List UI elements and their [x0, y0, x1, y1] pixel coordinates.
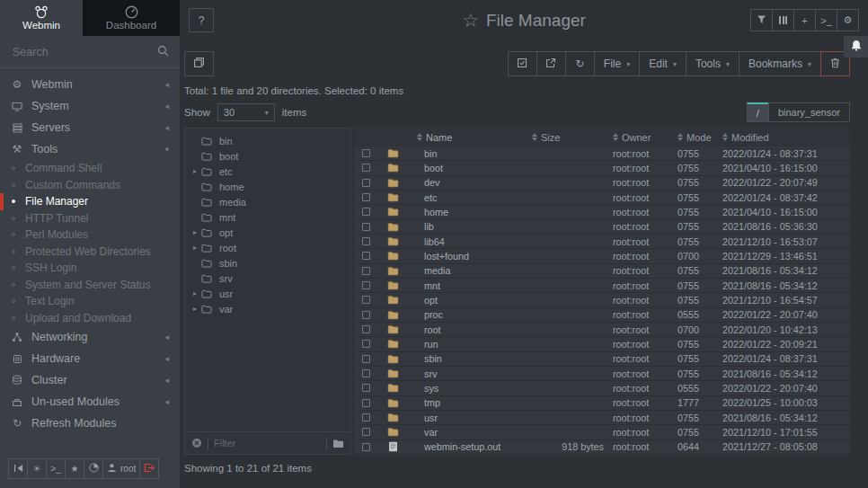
row-checkbox[interactable] [362, 355, 370, 363]
row-checkbox[interactable] [362, 149, 370, 157]
items-per-page-select[interactable]: 30 ▾ [217, 103, 275, 121]
file-name[interactable]: tmp [408, 397, 532, 408]
table-row[interactable]: mediaroot:root07552021/08/16 - 05:34:12 [354, 264, 850, 279]
breadcrumb-segment-root[interactable]: / [747, 102, 769, 122]
row-checkbox[interactable] [362, 164, 370, 172]
file-name[interactable]: lib [408, 221, 532, 232]
sidebar-item-hardware[interactable]: Hardware◂ [0, 348, 180, 369]
table-row[interactable]: etcroot:root07552022/01/24 - 08:37:42 [354, 191, 850, 205]
sidebar-subitem-file-manager[interactable]: File Manager [0, 193, 180, 210]
sort-icon[interactable] [722, 133, 728, 141]
filter-button[interactable] [750, 9, 773, 31]
sidebar-item-webmin[interactable]: ⚙Webmin◂ [0, 74, 180, 95]
chevron-right-icon[interactable]: ▸ [185, 305, 198, 313]
row-checkbox[interactable] [362, 281, 370, 289]
table-row[interactable]: optroot:root07552021/12/10 - 16:54:57 [354, 293, 850, 307]
row-checkbox[interactable] [362, 193, 370, 201]
sidebar-subitem-system-and-server-status[interactable]: System and Server Status [0, 277, 180, 294]
row-checkbox[interactable] [362, 369, 370, 377]
logout-button[interactable] [139, 458, 159, 479]
row-checkbox[interactable] [362, 223, 370, 231]
collapse-sidebar-button[interactable] [8, 458, 28, 479]
tree-item-usr[interactable]: ▸usr [185, 286, 350, 301]
chevron-right-icon[interactable]: ▸ [185, 228, 198, 236]
row-checkbox[interactable] [362, 208, 370, 216]
file-name[interactable]: proc [408, 309, 532, 320]
column-header-mode[interactable]: Mode [686, 132, 712, 143]
table-row[interactable]: lost+foundroot:root07002021/12/29 - 13:4… [354, 249, 850, 263]
sort-icon[interactable] [532, 133, 537, 141]
file-name[interactable]: run [408, 339, 532, 350]
breadcrumb-segment-binary-sensor[interactable]: binary_sensor [768, 102, 850, 122]
file-name[interactable]: etc [408, 192, 532, 203]
sidebar-subitem-ssh-login[interactable]: SSH Login [0, 260, 180, 277]
column-header-name[interactable]: Name [426, 132, 452, 143]
tree-item-root[interactable]: ▸root [185, 240, 350, 255]
settings-button[interactable]: ⚙ [837, 9, 859, 31]
chevron-right-icon[interactable]: ▸ [185, 167, 198, 175]
file-name[interactable]: lib64 [408, 236, 532, 247]
tab-webmin[interactable]: Webmin [0, 0, 83, 36]
table-row[interactable]: rootroot:root07002022/01/20 - 10:42:13 [354, 323, 850, 337]
row-checkbox[interactable] [362, 428, 370, 436]
sidebar-subitem-http-tunnel[interactable]: HTTP Tunnel [0, 210, 180, 227]
notifications-bell[interactable] [844, 36, 868, 58]
tree-item-boot[interactable]: boot [185, 148, 350, 164]
menu-tools[interactable]: Tools▾ [686, 51, 740, 76]
sort-icon[interactable] [613, 133, 618, 141]
table-row[interactable]: webmin-setup.out918 bytesroot:root064420… [354, 440, 850, 455]
file-name[interactable]: var [408, 427, 532, 438]
file-name[interactable]: root [408, 324, 532, 335]
file-name[interactable]: mnt [408, 280, 532, 291]
user-button[interactable]: root [102, 458, 140, 479]
export-button[interactable] [536, 51, 566, 76]
tree-item-etc[interactable]: ▸etc [185, 164, 350, 179]
tree-item-srv[interactable]: srv [185, 271, 350, 286]
refresh-button[interactable]: ↻ [565, 51, 595, 76]
filter-input[interactable] [214, 438, 321, 448]
table-row[interactable]: libroot:root07552021/08/16 - 05:36:30 [354, 220, 850, 235]
table-row[interactable]: bootroot:root07552021/04/10 - 16:15:00 [354, 161, 850, 175]
tree-item-opt[interactable]: ▸opt [185, 225, 350, 240]
menu-edit[interactable]: Edit▾ [639, 51, 686, 76]
file-name[interactable]: home [408, 207, 532, 217]
column-header-modified[interactable]: Modified [731, 132, 769, 143]
favorites-button[interactable]: ★ [65, 458, 84, 479]
row-checkbox[interactable] [362, 443, 370, 451]
table-row[interactable]: procroot:root05552022/01/22 - 20:07:40 [354, 308, 850, 323]
tree-item-var[interactable]: ▸var [185, 301, 350, 316]
table-row[interactable]: varroot:root07552021/12/10 - 17:01:55 [354, 425, 850, 439]
sidebar-subitem-custom-commands[interactable]: Custom Commands [0, 177, 180, 194]
terminal-button[interactable]: >_ [815, 9, 837, 31]
tree-item-sbin[interactable]: sbin [185, 255, 350, 271]
file-name[interactable]: sys [408, 383, 532, 394]
row-checkbox[interactable] [362, 179, 370, 187]
search-input[interactable] [13, 46, 157, 58]
sidebar-subitem-protected-web-directories[interactable]: Protected Web Directories [0, 244, 180, 261]
tree-item-home[interactable]: home [185, 179, 350, 194]
sidebar-item-un-used-modules[interactable]: Un-used Modules◂ [0, 391, 180, 413]
table-row[interactable]: homeroot:root07552021/04/10 - 16:15:00 [354, 205, 850, 219]
table-row[interactable]: mntroot:root07552021/08/16 - 05:34:12 [354, 279, 850, 293]
clear-filter-icon[interactable] [191, 438, 202, 448]
chevron-right-icon[interactable]: ▸ [185, 244, 198, 252]
sidebar-subitem-text-login[interactable]: Text Login [0, 293, 180, 310]
sort-icon[interactable] [678, 133, 683, 141]
tree-item-bin[interactable]: bin [185, 133, 350, 148]
row-checkbox[interactable] [362, 311, 370, 319]
copy-path-button[interactable] [184, 51, 214, 76]
file-name[interactable]: lost+found [408, 251, 532, 262]
sidebar-item-tools[interactable]: ⚒Tools▾ [0, 138, 180, 160]
sidebar-item-refresh-modules[interactable]: ↻Refresh Modules [0, 413, 180, 434]
column-header-size[interactable]: Size [541, 132, 560, 143]
language-button[interactable] [84, 458, 103, 479]
row-checkbox[interactable] [362, 413, 370, 421]
file-name[interactable]: srv [408, 368, 532, 379]
menu-file[interactable]: File▾ [594, 51, 640, 76]
sidebar-item-networking[interactable]: Networking◂ [0, 326, 180, 348]
table-row[interactable]: tmproot:root17772022/01/25 - 10:00:03 [354, 396, 850, 411]
sidebar-subitem-upload-and-download[interactable]: Upload and Download [0, 310, 180, 327]
sidebar-subitem-command-shell[interactable]: Command Shell [0, 160, 180, 177]
sidebar-subitem-perl-modules[interactable]: Perl Modules [0, 226, 180, 244]
row-checkbox[interactable] [362, 399, 370, 407]
